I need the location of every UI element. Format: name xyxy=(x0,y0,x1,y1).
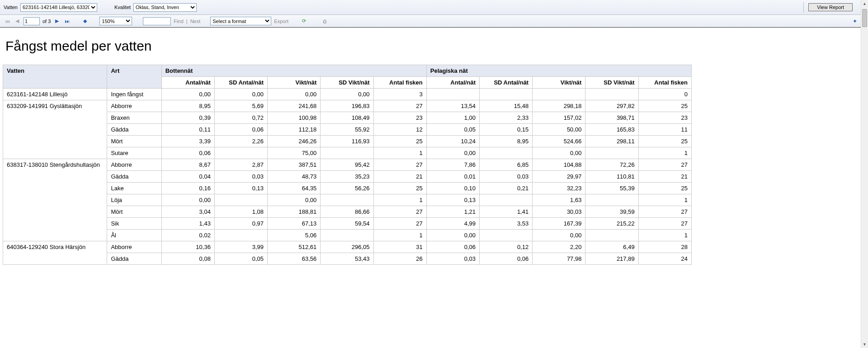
cell-value: 77,98 xyxy=(533,253,585,265)
table-row: 633209-141991 GyslättasjönAbborre8,955,6… xyxy=(3,100,692,112)
cell-value: 0,04 xyxy=(161,171,214,183)
cell-art: Mört xyxy=(107,136,161,147)
col-sub-header: Antal/nät xyxy=(426,77,479,89)
cell-value: 0,16 xyxy=(161,183,214,194)
cell-value xyxy=(321,194,373,206)
cell-value: 64,35 xyxy=(268,183,321,194)
page-number-input[interactable] xyxy=(24,17,40,25)
cell-value: 0,00 xyxy=(533,230,585,241)
last-page-icon[interactable]: ⏭ xyxy=(63,18,71,25)
cell-value: 0 xyxy=(638,89,691,100)
cell-value: 55,92 xyxy=(321,124,373,136)
col-group-botten: Bottennät xyxy=(161,65,426,77)
parameter-bar: Vatten 623161-142148 Lillesjö, 633209- K… xyxy=(0,0,861,15)
cell-value: 25 xyxy=(373,183,426,194)
cell-value: 104,88 xyxy=(533,159,585,171)
cell-value: 0,02 xyxy=(161,230,214,241)
col-sub-header: Antal/nät xyxy=(161,77,214,89)
cell-value: 0,97 xyxy=(214,218,267,230)
cell-value xyxy=(321,147,373,159)
back-icon[interactable]: ◆ xyxy=(81,18,89,25)
report-body: Fångst medel per vatten Vatten Art Botte… xyxy=(0,28,861,265)
cell-vatten: 623161-142148 Lillesjö xyxy=(3,89,107,100)
cell-value: 30,03 xyxy=(533,206,585,218)
scroll-down-icon[interactable]: ▼ xyxy=(861,341,868,348)
next-page-icon[interactable]: ▶ xyxy=(53,18,61,25)
scroll-thumb[interactable] xyxy=(862,9,867,27)
cell-value: 55,39 xyxy=(585,183,638,194)
first-page-icon: ⏮ xyxy=(4,18,11,25)
refresh-icon[interactable]: ⟳ xyxy=(300,18,307,25)
find-input[interactable] xyxy=(143,17,171,25)
cell-value: 32,23 xyxy=(533,183,585,194)
cell-value: 0,15 xyxy=(479,124,532,136)
cell-vatten: 633209-141991 Gyslättasjön xyxy=(3,100,107,159)
cell-value: 0,72 xyxy=(214,112,267,124)
cell-value: 23 xyxy=(638,112,691,124)
cell-art: Ål xyxy=(107,230,161,241)
cell-value: 25 xyxy=(638,136,691,147)
cell-value: 3,39 xyxy=(161,136,214,147)
view-report-button[interactable]: View Report xyxy=(808,3,853,11)
cell-value xyxy=(426,89,479,100)
cell-value: 0,00 xyxy=(161,89,214,100)
cell-value: 86,66 xyxy=(321,206,373,218)
export-link[interactable]: Export xyxy=(274,19,288,24)
cell-value: 215,22 xyxy=(585,218,638,230)
vatten-select[interactable]: 623161-142148 Lillesjö, 633209- xyxy=(20,3,97,12)
cell-value: 0,03 xyxy=(479,171,532,183)
cell-value: 188,81 xyxy=(268,206,321,218)
cell-art: Braxen xyxy=(107,112,161,124)
cell-value: 0,00 xyxy=(161,194,214,206)
cell-value: 27 xyxy=(638,206,691,218)
vertical-scrollbar[interactable]: ▲ ▼ xyxy=(861,0,868,348)
cell-value: 0,39 xyxy=(161,112,214,124)
cell-value: 59,54 xyxy=(321,218,373,230)
cell-value: 524,66 xyxy=(533,136,585,147)
cell-value: 56,26 xyxy=(321,183,373,194)
cell-value: 0,10 xyxy=(426,183,479,194)
cell-value: 3,53 xyxy=(479,218,532,230)
cell-value: 157,02 xyxy=(533,112,585,124)
table-row: 640364-129240 Stora HärsjönAbborre10,363… xyxy=(3,241,692,253)
export-format-select[interactable]: Select a format xyxy=(210,17,271,25)
cell-value: 7,86 xyxy=(426,159,479,171)
cell-art: Abborre xyxy=(107,159,161,171)
cell-value: 298,18 xyxy=(533,100,585,112)
cell-value: 1 xyxy=(373,230,426,241)
scroll-up-icon[interactable]: ▲ xyxy=(861,0,868,7)
cell-value: 12 xyxy=(373,124,426,136)
col-vatten: Vatten xyxy=(3,65,107,89)
cell-value: 1 xyxy=(638,147,691,159)
cell-value: 1 xyxy=(373,194,426,206)
cell-value: 165,83 xyxy=(585,124,638,136)
cell-value xyxy=(214,230,267,241)
cell-art: Gädda xyxy=(107,253,161,265)
cell-value: 4,99 xyxy=(426,218,479,230)
table-row: 638317-138010 StengårdshultasjönAbborre8… xyxy=(3,159,692,171)
cell-value: 0,06 xyxy=(161,147,214,159)
cell-value xyxy=(479,89,532,100)
kvalitet-select[interactable]: Oklas, Stand, Inven xyxy=(133,3,197,12)
cell-value: 27 xyxy=(373,100,426,112)
cell-value: 63,56 xyxy=(268,253,321,265)
cell-value: 0,00 xyxy=(426,147,479,159)
cell-art: Löja xyxy=(107,194,161,206)
cell-value: 8,67 xyxy=(161,159,214,171)
cell-value: 50,00 xyxy=(533,124,585,136)
cell-value: 0,13 xyxy=(426,194,479,206)
print-icon[interactable]: ⎙ xyxy=(321,18,328,25)
kvalitet-label: Kvalitet xyxy=(114,5,131,10)
cell-value: 298,11 xyxy=(585,136,638,147)
col-sub-header: Vikt/nät xyxy=(533,77,585,89)
cell-value: 108,49 xyxy=(321,112,373,124)
cell-value: 196,83 xyxy=(321,100,373,112)
cell-value: 24 xyxy=(638,253,691,265)
cell-value: 29,97 xyxy=(533,171,585,183)
zoom-select[interactable]: 150% xyxy=(99,17,132,25)
next-link[interactable]: Next xyxy=(190,19,201,24)
collapse-params-icon[interactable]: ✦ xyxy=(853,18,857,24)
cell-value xyxy=(585,147,638,159)
find-link[interactable]: Find xyxy=(174,19,183,24)
col-sub-header: Antal fisken xyxy=(638,77,691,89)
